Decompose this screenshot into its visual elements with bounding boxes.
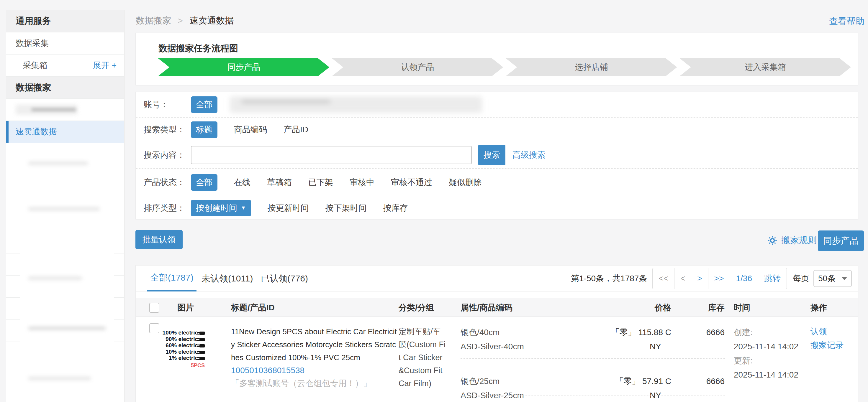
search-type-option-id[interactable]: 产品ID xyxy=(283,124,308,135)
sidebar-item-collect-box[interactable]: 采集箱 展开 + xyxy=(6,54,124,76)
col-attr-sku: 属性/商品编码 xyxy=(461,298,513,317)
variant-price: 「零」 57.91 C xyxy=(602,374,671,389)
sidebar: 通用服务 数据采集 采集箱 展开 + 数据搬家 速卖通数据 xyxy=(6,10,125,402)
collect-box-expand-link[interactable]: 展开 + xyxy=(93,60,117,71)
filter-row-search-content: 搜索内容： 搜索 高级搜索 xyxy=(136,142,858,168)
tab-unclaimed[interactable]: 未认领(1011) xyxy=(198,266,256,292)
account-label: 账号： xyxy=(144,99,191,110)
migration-record-link[interactable]: 搬家记录 xyxy=(810,338,858,352)
sidebar-item-aliexpress-data[interactable]: 速卖通数据 xyxy=(6,121,124,143)
table-header: 图片 标题/产品ID 分类/分组 属性/商品编码 价格 库存 时间 操作 xyxy=(136,298,858,317)
per-page-value: 50条 xyxy=(818,273,836,284)
blurred-text xyxy=(32,108,76,111)
sort-option-update-time[interactable]: 按更新时间 xyxy=(268,202,309,214)
col-stock: 库存 xyxy=(695,298,724,317)
sidebar-section-general-label: 通用服务 xyxy=(16,15,51,27)
search-type-title-tag[interactable]: 标题 xyxy=(191,122,217,138)
status-option-offline[interactable]: 已下架 xyxy=(308,177,333,188)
migration-rules-label: 搬家规则 xyxy=(781,234,817,246)
col-price: 价格 xyxy=(602,298,671,317)
sort-by-create-time-tag[interactable]: 按创建时间 ▼ xyxy=(191,200,251,216)
title-cell: 11New Design 5PCS about Electric Car Ele… xyxy=(231,325,398,390)
category-cell: 定制车贴/车膜(Custom Fit Car Sticker &Custom F… xyxy=(399,325,447,390)
product-image: 100% electric 90% electric 60% electric … xyxy=(148,330,205,369)
price-cell: 「零」 115.88 C NY 「零」 57.91 C NY xyxy=(602,325,671,354)
variant-sku: ASD-Silver-25cm xyxy=(461,389,558,402)
flow-step-sync-label: 同步产品 xyxy=(227,62,260,73)
jump-button[interactable]: 跳转 xyxy=(758,268,786,289)
filter-row-account: 账号： 全部 xyxy=(136,92,858,117)
select-all-checkbox[interactable] xyxy=(149,303,159,313)
sidebar-item-blurred-account[interactable] xyxy=(6,98,124,121)
flow-title: 数据搬家任务流程图 xyxy=(158,42,238,55)
variant-attr: 银色/40cm xyxy=(461,325,558,339)
variant-price-currency: NY xyxy=(602,339,671,354)
time-cell: 创建: 2025-11-14 14:02 更新: 2025-11-14 14:0… xyxy=(734,325,805,382)
sidebar-item-data-collect[interactable]: 数据采集 xyxy=(6,32,124,54)
actions-cell: 认领 搬家记录 xyxy=(810,325,858,352)
view-help-link[interactable]: 查看帮助 xyxy=(829,15,864,27)
filter-row-search-type: 搜索类型： 标题 商品编码 产品ID xyxy=(136,117,858,142)
first-page-button[interactable]: << xyxy=(653,268,674,289)
sort-option-offline-time[interactable]: 按下架时间 xyxy=(326,202,367,214)
batch-claim-button[interactable]: 批量认领 xyxy=(135,230,183,249)
pagination-summary: 第1-50条，共1787条 xyxy=(571,273,647,284)
flow-step-enter-box-label: 进入采集箱 xyxy=(745,62,786,73)
table-row: 100% electric 90% electric 60% electric … xyxy=(136,317,858,402)
plug-icon xyxy=(199,332,205,335)
plug-icon xyxy=(199,338,205,341)
prev-page-button[interactable]: < xyxy=(674,268,691,289)
main-content: 数据搬家 > 速卖通数据 查看帮助 数据搬家任务流程图 同步产品 认领产品 选择… xyxy=(130,0,868,402)
next-page-button[interactable]: > xyxy=(691,268,708,289)
claim-link[interactable]: 认领 xyxy=(810,325,858,338)
flow-steps: 同步产品 认领产品 选择店铺 进入采集箱 xyxy=(158,58,851,76)
page-indicator: 1/36 xyxy=(730,268,758,289)
status-option-suspected-deleted[interactable]: 疑似删除 xyxy=(449,177,482,188)
migration-rules-link[interactable]: 搬家规则 xyxy=(767,234,817,246)
col-image: 图片 xyxy=(165,298,206,317)
product-status-label: 产品状态： xyxy=(144,177,191,188)
updated-time: 2025-11-14 14:02 xyxy=(734,368,805,382)
breadcrumb-separator: > xyxy=(178,15,183,25)
advanced-search-link[interactable]: 高级搜索 xyxy=(513,149,546,161)
sync-products-button[interactable]: 同步产品 xyxy=(818,231,864,251)
status-option-draft[interactable]: 草稿箱 xyxy=(267,177,292,188)
status-option-rejected[interactable]: 审核不通过 xyxy=(391,177,432,188)
tab-all[interactable]: 全部(1787) xyxy=(147,266,196,292)
flow-step-claim-label: 认领产品 xyxy=(401,62,434,73)
per-page-label: 每页 xyxy=(793,273,809,284)
search-type-label: 搜索类型： xyxy=(144,124,191,135)
chevron-down-icon xyxy=(842,277,847,280)
filter-row-sort-type: 排序类型： 按创建时间 ▼ 按更新时间 按下架时间 按库存 xyxy=(136,196,858,220)
image-badge: 5PCS xyxy=(148,363,205,369)
sidebar-item-data-collect-label: 数据采集 xyxy=(16,38,49,49)
attr-cell: 银色/40cm ASD-Silver-40cm 银色/25cm ASD-Silv… xyxy=(461,325,558,354)
pagination: 第1-50条，共1787条 << < > >> 1/36 跳转 每页 50条 xyxy=(571,266,852,292)
gear-icon xyxy=(767,235,778,246)
stock-cell: 6666 6666 xyxy=(695,325,724,339)
sort-option-stock[interactable]: 按库存 xyxy=(383,202,408,214)
flow-step-enter-box: 进入采集箱 xyxy=(680,58,851,76)
flow-step-sync: 同步产品 xyxy=(158,58,329,76)
status-option-reviewing[interactable]: 审核中 xyxy=(350,177,374,188)
last-page-button[interactable]: >> xyxy=(708,268,730,289)
table-card: 全部(1787) 未认领(1011) 已认领(776) 第1-50条，共1787… xyxy=(135,265,858,402)
variant-stock: 6666 xyxy=(695,325,724,339)
breadcrumb-parent[interactable]: 数据搬家 xyxy=(136,15,171,25)
tab-claimed[interactable]: 已认领(776) xyxy=(258,266,311,292)
sort-by-create-time-label: 按创建时间 xyxy=(196,202,237,214)
sidebar-section-migration: 数据搬家 xyxy=(6,76,124,98)
col-time: 时间 xyxy=(734,298,750,317)
per-page-select[interactable]: 50条 xyxy=(813,270,852,287)
search-button[interactable]: 搜索 xyxy=(478,145,505,165)
variant-divider xyxy=(461,358,725,359)
search-type-option-code[interactable]: 商品编码 xyxy=(234,124,267,135)
status-option-online[interactable]: 在线 xyxy=(234,177,250,188)
account-all-tag[interactable]: 全部 xyxy=(191,96,217,113)
product-id-link[interactable]: 1005010368015538 xyxy=(231,364,305,377)
variant-attr: 银色/25cm xyxy=(461,374,558,389)
search-content-input[interactable] xyxy=(191,146,472,164)
product-title: 11New Design 5PCS about Electric Car Ele… xyxy=(231,325,398,364)
status-all-tag[interactable]: 全部 xyxy=(191,174,217,191)
variant-price-currency: NY xyxy=(602,389,671,402)
